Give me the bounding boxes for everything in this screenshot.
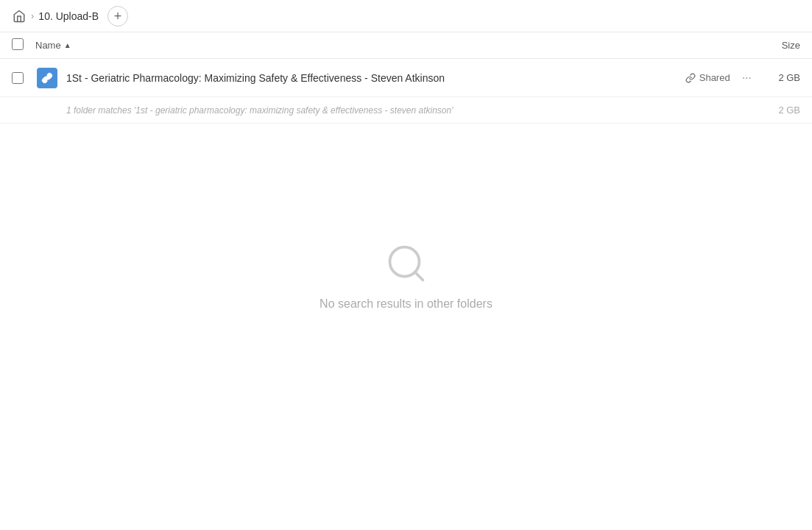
file-icon-wrapper — [35, 66, 59, 90]
file-size: 2 GB — [763, 72, 800, 83]
column-header-row: Name ▲ Size — [0, 32, 812, 59]
select-all-checkbox[interactable] — [12, 38, 24, 50]
svg-line-1 — [414, 272, 423, 280]
match-text: 1 folder matches '1st - geriatric pharma… — [66, 105, 763, 116]
file-icon — [37, 68, 57, 88]
more-options-button[interactable]: ··· — [739, 68, 755, 88]
file-row[interactable]: 1St - Geriatric Pharmacology: Maximizing… — [0, 59, 812, 97]
more-icon: ··· — [742, 71, 752, 85]
empty-state: No search results in other folders — [0, 241, 812, 311]
home-icon[interactable] — [12, 9, 27, 24]
add-button[interactable]: + — [107, 6, 128, 26]
match-row: 1 folder matches '1st - geriatric pharma… — [0, 97, 812, 124]
link-icon — [685, 73, 696, 83]
file-name: 1St - Geriatric Pharmacology: Maximizing… — [66, 72, 685, 84]
file-checkbox-col[interactable] — [12, 72, 35, 84]
match-size: 2 GB — [763, 105, 800, 116]
header-bar: › 10. Upload-B + — [0, 0, 812, 32]
size-column-header: Size — [741, 40, 800, 51]
file-row-right: Shared ··· 2 GB — [685, 68, 800, 88]
shared-label: Shared — [699, 72, 730, 83]
name-column-label: Name — [35, 40, 61, 51]
breadcrumb-separator: › — [31, 10, 34, 21]
file-checkbox[interactable] — [12, 72, 24, 84]
select-all-checkbox-col[interactable] — [12, 38, 35, 52]
sort-arrow-icon: ▲ — [64, 41, 71, 49]
no-results-icon — [384, 241, 428, 286]
empty-state-message: No search results in other folders — [319, 297, 493, 311]
name-column-header[interactable]: Name ▲ — [35, 40, 741, 51]
shared-badge: Shared — [685, 72, 730, 83]
breadcrumb-item[interactable]: 10. Upload-B — [38, 10, 99, 22]
